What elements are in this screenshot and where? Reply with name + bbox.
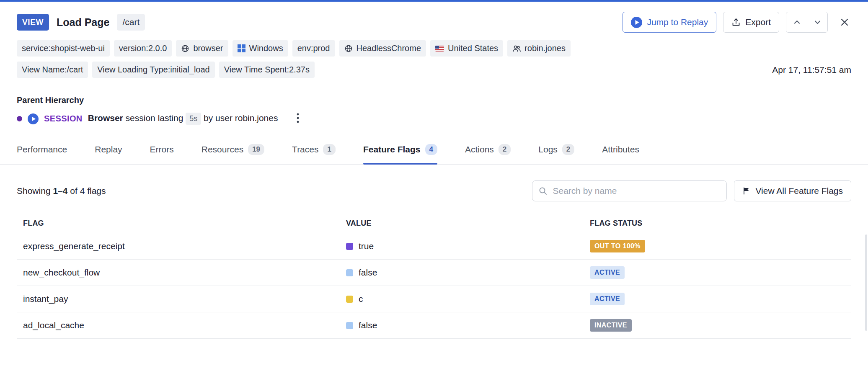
tab-resources[interactable]: Resources19 <box>202 144 264 164</box>
export-label: Export <box>745 17 771 27</box>
search-input[interactable] <box>552 185 721 196</box>
view-path-pill[interactable]: /cart <box>117 14 145 31</box>
tag-view-name[interactable]: View Name:/cart <box>17 62 88 78</box>
view-all-feature-flags-button[interactable]: View All Feature Flags <box>734 180 851 201</box>
tag-view-time-spent[interactable]: View Time Spent:2.37s <box>219 62 315 78</box>
previous-event-button[interactable] <box>786 12 807 32</box>
column-header-value: VALUE <box>346 219 590 228</box>
session-user-text: by user robin.jones <box>204 113 278 123</box>
flag-name: new_checkout_flow <box>23 268 346 278</box>
play-icon <box>28 113 39 124</box>
header-actions: Jump to Replay Export <box>623 12 851 33</box>
column-header-flag: FLAG <box>23 219 346 228</box>
jump-to-replay-button[interactable]: Jump to Replay <box>623 12 716 33</box>
tab-count-badge: 19 <box>248 144 264 155</box>
attribute-tags-row: service:shopist-web-ui version:2.0.0 bro… <box>17 40 851 57</box>
tab-logs[interactable]: Logs2 <box>538 144 574 164</box>
tab-actions[interactable]: Actions2 <box>465 144 511 164</box>
tag-env[interactable]: env:prod <box>292 40 335 57</box>
play-icon <box>631 17 642 28</box>
tag-device-type[interactable]: browser <box>176 40 228 57</box>
view-meta-row: View Name:/cart View Loading Type:initia… <box>17 62 851 78</box>
jump-to-replay-label: Jump to Replay <box>647 17 708 27</box>
session-kind: Browser <box>88 113 123 123</box>
tab-traces[interactable]: Traces1 <box>292 144 336 164</box>
top-accent-bar <box>0 0 868 2</box>
tag-version[interactable]: version:2.0.0 <box>114 40 172 57</box>
chevron-down-icon <box>813 18 822 27</box>
parent-session-row: SESSION Browser session lasting 5s by us… <box>17 112 851 126</box>
showing-range: 1–4 <box>53 186 67 196</box>
flag-value-cell: c <box>346 294 590 304</box>
close-button[interactable] <box>838 15 851 29</box>
tab-feature-flags[interactable]: Feature Flags4 <box>363 144 437 164</box>
flag-value: c <box>359 294 363 304</box>
flag-value-cell: true <box>346 241 590 251</box>
globe-icon <box>344 44 353 53</box>
status-badge: ACTIVE <box>590 266 625 279</box>
value-color-dot <box>346 322 353 329</box>
search-box[interactable] <box>532 180 727 201</box>
showing-count-text: Showing 1–4 of 4 flags <box>17 186 106 196</box>
export-button[interactable]: Export <box>723 12 779 33</box>
tab-attributes[interactable]: Attributes <box>602 144 639 164</box>
flag-value: false <box>359 268 377 278</box>
scrollbar-thumb[interactable] <box>865 234 867 331</box>
tab-count-badge: 4 <box>425 144 437 155</box>
tab-count-badge: 2 <box>562 144 574 155</box>
tag-country[interactable]: United States <box>430 40 503 57</box>
status-badge: OUT TO 100% <box>590 240 645 252</box>
view-all-label: View All Feature Flags <box>755 186 843 196</box>
value-color-dot <box>346 269 353 276</box>
flag-value-cell: false <box>346 268 590 278</box>
next-event-button[interactable] <box>807 12 827 32</box>
detail-tabs: Performance Replay Errors Resources19 Tr… <box>0 144 868 165</box>
users-icon <box>512 44 521 53</box>
session-text: session lasting <box>126 113 183 123</box>
session-options-button[interactable] <box>294 112 302 126</box>
tab-errors[interactable]: Errors <box>150 144 174 164</box>
tag-browser[interactable]: HeadlessChrome <box>339 40 426 57</box>
feature-flags-controls: Showing 1–4 of 4 flags View All Feature … <box>17 180 851 201</box>
table-row[interactable]: instant_pay c ACTIVE <box>17 286 851 312</box>
value-color-dot <box>346 243 353 250</box>
session-duration-pill: 5s <box>186 113 201 125</box>
panel-header: VIEW Load Page /cart Jump to Replay Expo… <box>17 12 851 33</box>
event-timestamp: Apr 17, 11:57:51 am <box>772 65 851 75</box>
parent-hierarchy-title: Parent Hierarchy <box>17 95 851 105</box>
tab-replay[interactable]: Replay <box>95 144 122 164</box>
close-icon <box>840 17 850 27</box>
status-badge: INACTIVE <box>590 319 632 332</box>
session-dot-icon <box>17 116 22 121</box>
event-navigation <box>786 12 828 33</box>
us-flag-icon <box>435 46 444 52</box>
table-row[interactable]: express_generate_receipt true OUT TO 100… <box>17 233 851 260</box>
tab-count-badge: 2 <box>499 144 511 155</box>
session-description: Browser session lasting 5s by user robin… <box>88 113 278 125</box>
globe-icon <box>181 44 189 53</box>
flag-name: instant_pay <box>23 294 346 304</box>
flag-name: express_generate_receipt <box>23 241 346 251</box>
tab-performance[interactable]: Performance <box>17 144 67 164</box>
tag-os[interactable]: Windows <box>232 40 288 57</box>
feature-flags-table: FLAG VALUE FLAG STATUS express_generate_… <box>17 214 851 339</box>
flag-name: ad_local_cache <box>23 320 346 330</box>
table-row[interactable]: new_checkout_flow false ACTIVE <box>17 260 851 286</box>
tab-count-badge: 1 <box>323 144 335 155</box>
column-header-flag-status: FLAG STATUS <box>590 219 851 228</box>
flag-icon <box>742 187 751 195</box>
flag-value: true <box>359 241 374 251</box>
windows-icon <box>238 44 245 52</box>
tag-user[interactable]: robin.jones <box>507 40 571 57</box>
table-row[interactable]: ad_local_cache false INACTIVE <box>17 312 851 339</box>
session-replay-play-button[interactable] <box>28 113 39 124</box>
view-detail-panel: VIEW Load Page /cart Jump to Replay Expo… <box>0 12 868 339</box>
tag-view-loading-type[interactable]: View Loading Type:initial_load <box>92 62 214 78</box>
session-type-label[interactable]: SESSION <box>44 114 83 124</box>
search-icon <box>538 186 548 196</box>
tag-service[interactable]: service:shopist-web-ui <box>17 40 110 57</box>
controls-right: View All Feature Flags <box>532 180 851 201</box>
chevron-up-icon <box>792 18 801 27</box>
kebab-menu-icon <box>297 113 299 124</box>
value-color-dot <box>346 296 353 303</box>
